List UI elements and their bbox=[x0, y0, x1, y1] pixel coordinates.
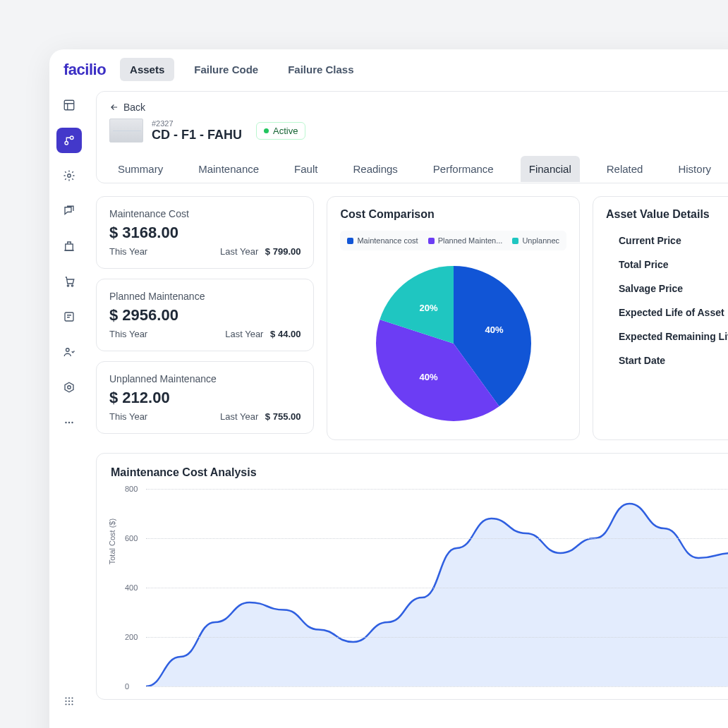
people-icon[interactable] bbox=[56, 339, 82, 365]
brand-logo: facilio bbox=[63, 61, 106, 79]
svg-point-18 bbox=[71, 700, 73, 702]
sidebar bbox=[49, 88, 89, 728]
topnav-tab-assets[interactable]: Assets bbox=[120, 58, 174, 81]
svg-rect-4 bbox=[66, 244, 73, 250]
top-nav: facilio AssetsFailure CodeFailure Class bbox=[49, 49, 728, 88]
svg-point-5 bbox=[67, 285, 68, 286]
svg-rect-7 bbox=[65, 313, 73, 321]
svg-point-3 bbox=[68, 174, 71, 178]
stat-label: Planned Maintenance bbox=[109, 291, 301, 302]
svg-rect-0 bbox=[64, 100, 74, 110]
back-label: Back bbox=[123, 102, 145, 113]
svg-point-13 bbox=[65, 697, 66, 698]
stat-last-year-value: $ 755.00 bbox=[265, 411, 301, 422]
apps-icon[interactable] bbox=[56, 688, 82, 714]
asset-value-title: Asset Value Details bbox=[606, 208, 728, 221]
page-tabs: SummaryMaintenanceFaultReadingsPerforman… bbox=[109, 155, 728, 183]
stat-this-year: This Year bbox=[109, 246, 147, 257]
stat-card: Planned Maintenance $ 2956.00 This Year … bbox=[96, 279, 314, 351]
asset-value-item: Expected Life of Asset bbox=[619, 307, 728, 318]
tab-maintenance[interactable]: Maintenance bbox=[190, 156, 267, 182]
asset-thumbnail bbox=[109, 119, 143, 142]
more-icon[interactable] bbox=[56, 410, 82, 435]
asset-value-card: Asset Value Details Current PriceTotal P… bbox=[593, 196, 728, 440]
analysis-card: Maintenance Cost Analysis Total Cost ($)… bbox=[96, 453, 728, 700]
settings2-icon[interactable] bbox=[56, 375, 82, 400]
topnav-tabs: AssetsFailure CodeFailure Class bbox=[120, 58, 363, 81]
svg-point-6 bbox=[71, 285, 73, 286]
stat-card: Unplanned Maintenance $ 212.00 This Year… bbox=[96, 361, 314, 434]
asset-value-item: Current Price bbox=[619, 235, 728, 246]
stat-value: $ 3168.00 bbox=[109, 224, 301, 242]
svg-point-21 bbox=[71, 703, 73, 705]
cost-comparison-title: Cost Comparison bbox=[340, 208, 566, 221]
assets-icon[interactable] bbox=[56, 128, 82, 153]
analysis-ylabel: Total Cost ($) bbox=[108, 518, 116, 564]
gear-icon[interactable] bbox=[56, 163, 82, 188]
stat-this-year: This Year bbox=[109, 329, 147, 339]
topnav-tab-failure-class[interactable]: Failure Class bbox=[278, 58, 363, 81]
tab-history[interactable]: History bbox=[669, 156, 720, 182]
asset-value-item: Start Date bbox=[619, 355, 728, 366]
svg-point-9 bbox=[68, 386, 71, 389]
ytick: 800 bbox=[125, 485, 138, 493]
stat-last-year-value: $ 44.00 bbox=[270, 329, 301, 339]
ytick: 200 bbox=[125, 633, 138, 641]
tab-related[interactable]: Related bbox=[598, 156, 652, 182]
asset-value-item: Expected Remaining Life bbox=[619, 331, 728, 342]
svg-point-8 bbox=[66, 348, 70, 352]
ytick: 400 bbox=[125, 583, 138, 592]
stat-last-year-label: Last Year bbox=[220, 246, 258, 257]
app-window: facilio AssetsFailure CodeFailure Class bbox=[49, 49, 728, 728]
legend-item: Maintenance cost bbox=[347, 236, 418, 245]
tab-financial[interactable]: Financial bbox=[521, 156, 580, 182]
pie-legend: Maintenance costPlanned Mainten...Unplan… bbox=[340, 231, 566, 250]
tab-readings[interactable]: Readings bbox=[344, 156, 406, 182]
svg-point-16 bbox=[65, 700, 66, 702]
stat-value: $ 2956.00 bbox=[109, 306, 301, 324]
svg-point-1 bbox=[65, 142, 68, 145]
analysis-title: Maintenance Cost Analysis bbox=[111, 466, 728, 479]
svg-text:40%: 40% bbox=[485, 324, 503, 335]
tab-summary[interactable]: Summary bbox=[109, 156, 171, 182]
legend-item: Planned Mainten... bbox=[428, 236, 503, 245]
svg-point-15 bbox=[71, 697, 73, 698]
asset-value-item: Total Price bbox=[619, 259, 728, 270]
legend-item: Unplannec bbox=[512, 236, 559, 245]
svg-point-14 bbox=[68, 697, 70, 698]
asset-value-item: Salvage Price bbox=[619, 283, 728, 294]
settings-bottom-icon[interactable] bbox=[56, 722, 82, 728]
stat-value: $ 212.00 bbox=[109, 389, 301, 407]
ytick: 0 bbox=[125, 682, 129, 691]
svg-point-12 bbox=[71, 422, 73, 423]
chat-icon[interactable] bbox=[56, 198, 82, 224]
stat-label: Unplanned Maintenance bbox=[109, 373, 301, 384]
form-icon[interactable] bbox=[56, 304, 82, 329]
tab-performance[interactable]: Performance bbox=[425, 156, 502, 182]
stat-label: Maintenance Cost bbox=[109, 208, 301, 219]
svg-point-10 bbox=[65, 422, 66, 423]
content: Back #2327 CD - F1 - FAHU Active Summary… bbox=[89, 88, 728, 728]
asset-name: CD - F1 - FAHU bbox=[152, 128, 242, 142]
svg-point-17 bbox=[68, 700, 70, 702]
stat-this-year: This Year bbox=[109, 411, 147, 422]
asset-id: #2327 bbox=[152, 119, 242, 128]
stat-last-year-value: $ 799.00 bbox=[265, 246, 301, 257]
tab-fault[interactable]: Fault bbox=[286, 156, 326, 182]
cart-icon[interactable] bbox=[56, 269, 82, 294]
cost-comparison-card: Cost Comparison Maintenance costPlanned … bbox=[327, 196, 580, 440]
stat-last-year-label: Last Year bbox=[220, 411, 258, 422]
back-button[interactable]: Back bbox=[109, 102, 728, 113]
svg-point-19 bbox=[65, 703, 66, 705]
svg-text:20%: 20% bbox=[419, 303, 437, 313]
dashboard-icon[interactable] bbox=[56, 92, 82, 118]
svg-text:40%: 40% bbox=[419, 372, 437, 382]
stat-card: Maintenance Cost $ 3168.00 This Year Las… bbox=[96, 196, 314, 269]
stat-last-year-label: Last Year bbox=[225, 329, 263, 339]
page-header: Back #2327 CD - F1 - FAHU Active Summary… bbox=[96, 91, 728, 183]
svg-point-11 bbox=[68, 422, 70, 423]
svg-point-2 bbox=[71, 136, 74, 140]
topnav-tab-failure-code[interactable]: Failure Code bbox=[184, 58, 268, 81]
pie-chart: 40%40%20% bbox=[369, 259, 538, 428]
building-icon[interactable] bbox=[56, 233, 82, 259]
